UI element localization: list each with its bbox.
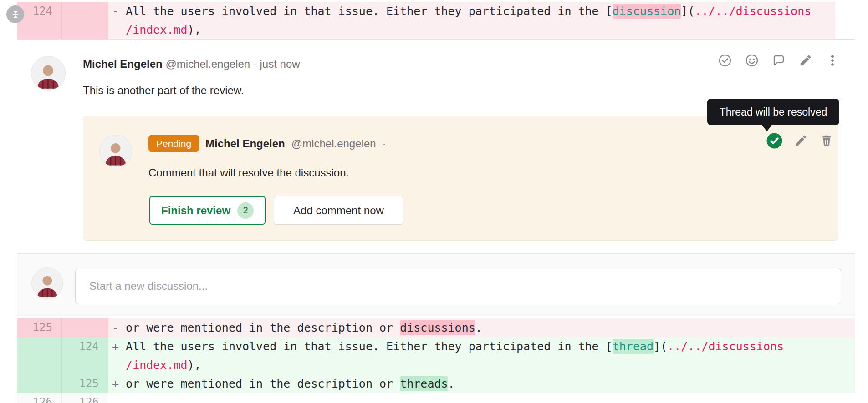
- comment-timestamp[interactable]: just now: [260, 58, 300, 70]
- code-string: ../../discussions: [667, 340, 784, 353]
- resolve-check-button[interactable]: [766, 132, 783, 149]
- old-line-number[interactable]: 126: [17, 393, 62, 403]
- add-comment-now-button[interactable]: Add comment now: [274, 196, 403, 225]
- old-line-number[interactable]: 124: [17, 2, 62, 39]
- code-cell: + or were mentioned in the description o…: [108, 374, 855, 393]
- diff-lines-bottom: 125- or were mentioned in the descriptio…: [17, 318, 855, 403]
- diff-row-context: 126126: [17, 393, 855, 403]
- avatar: [31, 267, 63, 299]
- diff-row-del: 124- All the users involved in that issu…: [17, 2, 835, 39]
- code-text: ),: [188, 358, 201, 372]
- code-text: .: [448, 377, 455, 390]
- code-string: /index.md: [126, 358, 187, 372]
- pending-comment-actions: [766, 132, 834, 149]
- code-text: All the users involved in that issue. Ei…: [119, 5, 613, 18]
- new-discussion-input[interactable]: [75, 268, 841, 304]
- code-text: ](: [681, 5, 694, 18]
- avatar: [31, 56, 66, 91]
- changed-word-link: thread: [613, 339, 654, 354]
- separator-dot: ·: [253, 58, 257, 70]
- collapse-diff-lines-button[interactable]: [6, 5, 24, 23]
- diff-sign: +: [112, 377, 119, 390]
- pending-count-badge: 2: [237, 202, 254, 219]
- edit-comment-button[interactable]: [798, 53, 813, 68]
- new-line-number[interactable]: 124: [62, 337, 108, 374]
- discussion-thread: Michel Engelen @michel.engelen · just no…: [17, 39, 855, 253]
- resolve-thread-icon: [718, 53, 732, 68]
- changed-word-link: discussion: [613, 4, 681, 19]
- old-line-number[interactable]: [17, 374, 62, 393]
- code-line: /index.md),: [112, 356, 855, 374]
- code-line: + All the users involved in that issue. …: [112, 337, 855, 356]
- code-line: [112, 393, 855, 403]
- edit-icon: [794, 134, 808, 147]
- code-string: /index.md: [126, 23, 187, 36]
- diff-sign: -: [112, 5, 119, 18]
- avatar: [99, 135, 132, 167]
- resolve-check-icon: [766, 132, 783, 149]
- code-line: - All the users involved in that issue. …: [112, 2, 835, 20]
- more-options-button[interactable]: [825, 53, 840, 68]
- code-text: All the users involved in that issue. Ei…: [119, 340, 613, 353]
- changed-word: threads: [400, 376, 448, 391]
- emoji-reaction-icon: [745, 53, 759, 68]
- code-text: .: [475, 321, 482, 334]
- pending-badge: Pending: [148, 135, 199, 152]
- code-cell: + All the users involved in that issue. …: [108, 337, 855, 374]
- pending-comment-buttons: Finish review 2 Add comment now: [149, 196, 403, 225]
- merge-request-diff-view: 124- All the users involved in that issu…: [0, 0, 868, 403]
- collapse-icon: [11, 10, 20, 19]
- new-line-number[interactable]: [62, 318, 108, 337]
- comment-body: This is another part of the review.: [83, 84, 244, 97]
- code-line: + or were mentioned in the description o…: [112, 374, 855, 393]
- code-text: or were mentioned in the description or: [119, 377, 400, 390]
- delete-pending-comment-button[interactable]: [819, 133, 834, 148]
- diff-row-del: 125- or were mentioned in the descriptio…: [17, 318, 855, 337]
- code-line: - or were mentioned in the description o…: [112, 318, 855, 337]
- new-line-number[interactable]: 126: [62, 393, 108, 403]
- code-line: /index.md),: [112, 20, 835, 39]
- pending-comment-body: Comment that will resolve the discussion…: [148, 166, 349, 179]
- author-handle: @michel.engelen: [291, 137, 376, 150]
- pending-comment-header: Pending Michel Engelen @michel.engelen ·: [148, 135, 386, 152]
- old-line-number[interactable]: [17, 337, 62, 374]
- author-name[interactable]: Michel Engelen: [83, 58, 163, 70]
- finish-review-label: Finish review: [161, 204, 230, 217]
- emoji-reaction-button[interactable]: [745, 53, 759, 68]
- pending-comment-card: Pending Michel Engelen @michel.engelen ·…: [83, 116, 838, 241]
- new-line-number[interactable]: [62, 2, 108, 39]
- new-discussion-section: [17, 253, 855, 316]
- separator-dot: ·: [383, 137, 386, 150]
- diff-file-container: 124- All the users involved in that issu…: [17, 0, 855, 403]
- reply-comment-button[interactable]: [771, 53, 786, 68]
- tooltip-arrow: [761, 124, 772, 131]
- add-comment-now-label: Add comment now: [293, 204, 384, 217]
- code-string: ../../discussions: [694, 5, 811, 18]
- author-name[interactable]: Michel Engelen: [205, 137, 285, 150]
- tooltip: Thread will be resolved: [707, 99, 839, 125]
- code-cell: - All the users involved in that issue. …: [108, 2, 835, 39]
- edit-icon: [799, 54, 812, 67]
- edit-pending-comment-button[interactable]: [794, 133, 808, 148]
- resolve-thread-button[interactable]: [718, 53, 732, 68]
- more-options-icon: [826, 54, 839, 67]
- author-handle: @michel.engelen: [165, 58, 250, 70]
- new-line-number[interactable]: 125: [62, 374, 108, 393]
- diff-lines-top: 124- All the users involved in that issu…: [17, 2, 835, 39]
- code-text: ](: [654, 340, 667, 353]
- diff-sign: +: [112, 340, 119, 353]
- diff-row-add: 125+ or were mentioned in the descriptio…: [17, 374, 855, 393]
- comment-actions: [718, 53, 840, 68]
- code-text: or were mentioned in the description or: [119, 321, 400, 334]
- diff-row-add: 124+ All the users involved in that issu…: [17, 337, 855, 374]
- code-cell: - or were mentioned in the description o…: [108, 318, 855, 337]
- delete-icon: [820, 134, 833, 147]
- comment-icon: [771, 53, 786, 68]
- old-line-number[interactable]: 125: [17, 318, 62, 337]
- diff-sign: -: [112, 321, 119, 334]
- finish-review-button[interactable]: Finish review 2: [149, 196, 266, 225]
- code-text: ),: [188, 23, 201, 36]
- code-cell: [108, 393, 855, 403]
- changed-word: discussions: [400, 320, 475, 335]
- comment-header: Michel Engelen @michel.engelen · just no…: [83, 58, 300, 71]
